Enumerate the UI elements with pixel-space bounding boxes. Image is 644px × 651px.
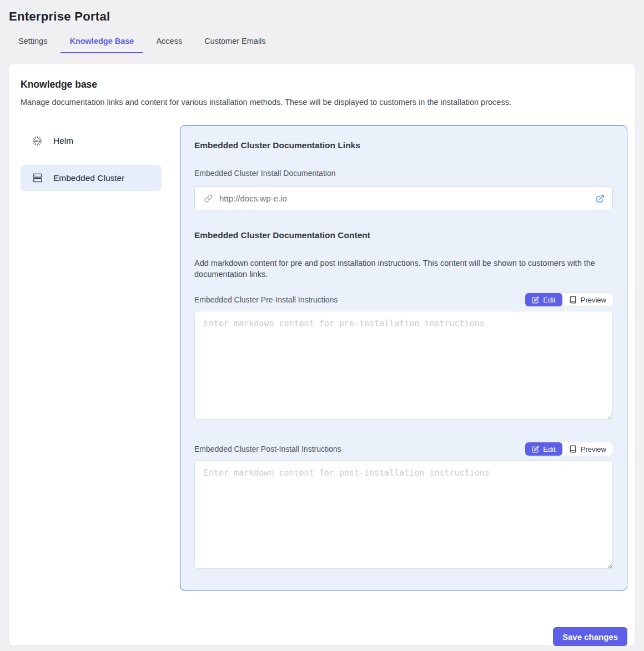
post-install-textarea[interactable] bbox=[194, 460, 613, 569]
embedded-cluster-panel: Embedded Cluster Documentation Links Emb… bbox=[180, 125, 627, 591]
pre-install-label: Embedded Cluster Pre-Install Instruction… bbox=[194, 295, 338, 304]
pre-install-mode-toggle: Edit Preview bbox=[525, 293, 613, 306]
save-changes-button[interactable]: Save changes bbox=[553, 627, 627, 646]
helm-icon: HELM bbox=[32, 135, 43, 147]
book-icon bbox=[569, 296, 577, 304]
card-footer: Save changes bbox=[21, 627, 627, 646]
pre-install-textarea[interactable] bbox=[194, 311, 613, 420]
edit-button[interactable]: Edit bbox=[525, 442, 562, 456]
edit-button[interactable]: Edit bbox=[525, 293, 562, 306]
install-doc-input[interactable] bbox=[219, 194, 589, 203]
post-install-label: Embedded Cluster Post-Install Instructio… bbox=[194, 445, 341, 453]
external-link-icon[interactable] bbox=[596, 194, 605, 203]
tab-bar: Settings Knowledge Base Access Customer … bbox=[9, 31, 635, 53]
edit-button-label: Edit bbox=[543, 296, 555, 304]
preview-button[interactable]: Preview bbox=[562, 293, 613, 306]
tab-access[interactable]: Access bbox=[147, 31, 191, 53]
knowledge-base-title: Knowledge base bbox=[21, 79, 627, 90]
knowledge-base-description: Manage documentation links and content f… bbox=[21, 98, 627, 107]
edit-button-label: Edit bbox=[543, 445, 555, 453]
sidebar-item-helm[interactable]: HELM Helm bbox=[21, 128, 162, 154]
content-row: HELM Helm Embedded Cluster Embedd bbox=[21, 125, 627, 591]
install-doc-field bbox=[194, 186, 613, 210]
post-install-mode-toggle: Edit Preview bbox=[525, 442, 613, 456]
tab-settings[interactable]: Settings bbox=[9, 31, 56, 53]
book-icon bbox=[569, 445, 577, 453]
link-icon bbox=[204, 194, 213, 203]
content-section-title: Embedded Cluster Documentation Content bbox=[194, 230, 613, 240]
svg-text:HELM: HELM bbox=[34, 139, 41, 142]
edit-pencil-icon bbox=[532, 296, 539, 304]
install-method-sidebar: HELM Helm Embedded Cluster bbox=[21, 125, 162, 591]
sidebar-item-embedded-cluster[interactable]: Embedded Cluster bbox=[21, 165, 162, 191]
app-title: Enterprise Portal bbox=[9, 9, 635, 24]
install-doc-label: Embedded Cluster Install Documentation bbox=[194, 169, 613, 178]
server-stack-icon bbox=[32, 173, 43, 184]
preview-button-label: Preview bbox=[581, 296, 606, 304]
sidebar-item-label: Helm bbox=[53, 136, 73, 146]
tab-customer-emails[interactable]: Customer Emails bbox=[195, 31, 274, 53]
edit-pencil-icon bbox=[532, 446, 539, 453]
pre-install-editor-header: Embedded Cluster Pre-Install Instruction… bbox=[194, 293, 613, 306]
app-header: Enterprise Portal Settings Knowledge Bas… bbox=[0, 0, 644, 53]
preview-button[interactable]: Preview bbox=[562, 442, 613, 456]
links-section-title: Embedded Cluster Documentation Links bbox=[194, 140, 613, 150]
content-section-description: Add markdown content for pre and post in… bbox=[194, 258, 611, 280]
tab-knowledge-base[interactable]: Knowledge Base bbox=[61, 31, 143, 53]
sidebar-item-label: Embedded Cluster bbox=[53, 173, 124, 183]
post-install-editor-header: Embedded Cluster Post-Install Instructio… bbox=[194, 442, 613, 456]
preview-button-label: Preview bbox=[581, 445, 606, 453]
knowledge-base-card: Knowledge base Manage documentation link… bbox=[9, 64, 635, 645]
